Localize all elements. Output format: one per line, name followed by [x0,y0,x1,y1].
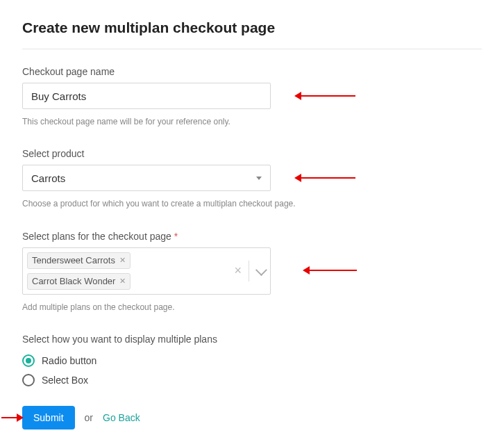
tag-label: Tendersweet Carrots [32,255,115,265]
multiselect-plans[interactable]: Tendersweet Carrots ✕ Carrot Black Wonde… [22,247,271,295]
label-product: Select product [22,148,482,159]
radio-group-display: Radio button Select Box [22,354,482,386]
helper-checkout-name: This checkout page name will be for your… [22,115,300,129]
label-checkout-name: Checkout page name [22,66,482,77]
field-checkout-name: Checkout page name This checkout page na… [22,66,482,129]
divider [249,261,249,281]
annotation-arrow [1,417,18,418]
radio-label: Select Box [42,375,88,386]
radio-icon [22,374,35,386]
close-icon[interactable]: ✕ [119,256,126,265]
multiselect-controls: × [228,248,270,294]
tag-label: Carrot Black Wonder [32,276,115,286]
helper-product: Choose a product for which you want to c… [22,197,300,211]
annotation-arrow [308,270,357,271]
close-icon[interactable]: ✕ [119,277,126,286]
radio-icon [22,354,35,367]
tags-area: Tendersweet Carrots ✕ Carrot Black Wonde… [23,248,228,294]
submit-button[interactable]: Submit [22,406,75,429]
annotation-arrow [300,177,355,179]
tag-plan: Tendersweet Carrots ✕ [27,252,131,269]
annotation-arrow [300,95,355,97]
go-back-link[interactable]: Go Back [103,412,140,423]
label-plans: Select plans for the checkout page * [22,231,482,242]
select-product-value: Carrots [31,172,256,184]
required-mark: * [174,231,178,242]
form-actions: Submit or Go Back [22,406,482,429]
radio-option-select-box[interactable]: Select Box [22,374,482,386]
divider [22,49,482,49]
chevron-down-icon[interactable] [255,264,267,276]
input-checkout-name[interactable] [22,83,271,109]
select-product[interactable]: Carrots [22,165,271,191]
field-product: Select product Carrots Choose a product … [22,148,482,211]
radio-label: Radio button [42,355,96,366]
or-text: or [85,412,93,423]
label-display-mode: Select how you want to display multiple … [22,334,482,345]
clear-all-icon[interactable]: × [234,263,242,278]
field-display-mode: Select how you want to display multiple … [22,334,482,386]
field-plans: Select plans for the checkout page * Ten… [22,231,482,314]
tag-plan: Carrot Black Wonder ✕ [27,273,131,290]
label-plans-text: Select plans for the checkout page [22,231,171,242]
page-title: Create new multiplan checkout page [22,19,482,36]
radio-option-radio-button[interactable]: Radio button [22,354,482,367]
chevron-down-icon [256,177,262,180]
helper-plans: Add multiple plans on the checkout page. [22,300,300,314]
